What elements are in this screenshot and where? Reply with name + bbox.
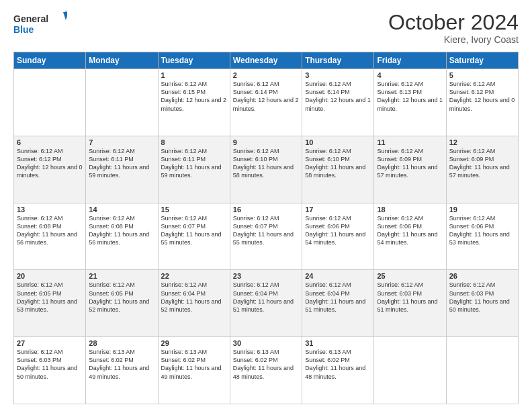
day-number: 26 <box>449 272 515 280</box>
day-cell: 19Sunrise: 6:12 AM Sunset: 6:06 PM Dayli… <box>446 203 518 270</box>
day-cell: 23Sunrise: 6:12 AM Sunset: 6:04 PM Dayli… <box>230 270 302 337</box>
day-number: 14 <box>89 205 154 214</box>
day-cell: 21Sunrise: 6:12 AM Sunset: 6:05 PM Dayli… <box>86 270 158 337</box>
day-cell: 17Sunrise: 6:12 AM Sunset: 6:06 PM Dayli… <box>302 203 374 270</box>
day-info: Sunrise: 6:12 AM Sunset: 6:04 PM Dayligh… <box>233 281 299 314</box>
svg-text:General: General <box>13 13 48 24</box>
day-number: 25 <box>377 272 443 280</box>
day-number: 29 <box>161 339 227 347</box>
week-row-4: 20Sunrise: 6:12 AM Sunset: 6:05 PM Dayli… <box>14 270 519 337</box>
day-info: Sunrise: 6:12 AM Sunset: 6:15 PM Dayligh… <box>161 80 227 113</box>
day-info: Sunrise: 6:12 AM Sunset: 6:09 PM Dayligh… <box>449 147 515 180</box>
day-cell: 4Sunrise: 6:12 AM Sunset: 6:13 PM Daylig… <box>374 69 446 136</box>
day-cell: 6Sunrise: 6:12 AM Sunset: 6:12 PM Daylig… <box>14 136 86 203</box>
logo: General Blue <box>13 11 67 38</box>
day-number: 16 <box>233 205 299 214</box>
logo-svg: General Blue <box>13 11 67 38</box>
page: General Blue October 2024 Kiere, Ivory C… <box>0 0 532 411</box>
day-info: Sunrise: 6:12 AM Sunset: 6:03 PM Dayligh… <box>449 281 515 314</box>
day-cell: 1Sunrise: 6:12 AM Sunset: 6:15 PM Daylig… <box>158 69 230 136</box>
day-number: 8 <box>161 138 227 146</box>
day-number: 5 <box>449 71 515 79</box>
day-number: 10 <box>305 138 371 146</box>
header-row: Sunday Monday Tuesday Wednesday Thursday… <box>14 52 519 69</box>
day-cell: 8Sunrise: 6:12 AM Sunset: 6:11 PM Daylig… <box>158 136 230 203</box>
day-number: 19 <box>449 205 515 214</box>
day-number: 27 <box>17 339 83 347</box>
day-cell <box>446 337 518 404</box>
day-cell: 11Sunrise: 6:12 AM Sunset: 6:09 PM Dayli… <box>374 136 446 203</box>
day-number: 4 <box>377 71 443 79</box>
col-sunday: Sunday <box>14 52 86 69</box>
day-cell: 7Sunrise: 6:12 AM Sunset: 6:11 PM Daylig… <box>86 136 158 203</box>
day-info: Sunrise: 6:12 AM Sunset: 6:05 PM Dayligh… <box>17 281 83 314</box>
day-info: Sunrise: 6:12 AM Sunset: 6:08 PM Dayligh… <box>89 214 154 247</box>
day-number: 3 <box>305 71 371 79</box>
day-cell: 5Sunrise: 6:12 AM Sunset: 6:12 PM Daylig… <box>446 69 518 136</box>
day-info: Sunrise: 6:12 AM Sunset: 6:11 PM Dayligh… <box>89 147 154 180</box>
day-number: 1 <box>161 71 227 79</box>
day-number: 17 <box>305 205 371 214</box>
day-cell: 14Sunrise: 6:12 AM Sunset: 6:08 PM Dayli… <box>86 203 158 270</box>
day-cell: 10Sunrise: 6:12 AM Sunset: 6:10 PM Dayli… <box>302 136 374 203</box>
col-monday: Monday <box>86 52 158 69</box>
day-number: 23 <box>233 272 299 280</box>
day-info: Sunrise: 6:13 AM Sunset: 6:02 PM Dayligh… <box>233 348 299 381</box>
day-cell: 13Sunrise: 6:12 AM Sunset: 6:08 PM Dayli… <box>14 203 86 270</box>
day-cell: 15Sunrise: 6:12 AM Sunset: 6:07 PM Dayli… <box>158 203 230 270</box>
day-cell: 26Sunrise: 6:12 AM Sunset: 6:03 PM Dayli… <box>446 270 518 337</box>
day-cell: 18Sunrise: 6:12 AM Sunset: 6:06 PM Dayli… <box>374 203 446 270</box>
day-cell: 29Sunrise: 6:13 AM Sunset: 6:02 PM Dayli… <box>158 337 230 404</box>
day-number: 22 <box>161 272 227 280</box>
day-info: Sunrise: 6:12 AM Sunset: 6:06 PM Dayligh… <box>449 214 515 247</box>
week-row-5: 27Sunrise: 6:12 AM Sunset: 6:03 PM Dayli… <box>14 337 519 404</box>
day-number: 20 <box>17 272 83 280</box>
header: General Blue October 2024 Kiere, Ivory C… <box>13 11 519 45</box>
day-number: 11 <box>377 138 443 146</box>
day-cell: 31Sunrise: 6:13 AM Sunset: 6:02 PM Dayli… <box>302 337 374 404</box>
calendar-table: Sunday Monday Tuesday Wednesday Thursday… <box>13 52 519 404</box>
week-row-3: 13Sunrise: 6:12 AM Sunset: 6:08 PM Dayli… <box>14 203 519 270</box>
day-info: Sunrise: 6:12 AM Sunset: 6:13 PM Dayligh… <box>377 80 443 113</box>
day-info: Sunrise: 6:13 AM Sunset: 6:02 PM Dayligh… <box>89 348 154 381</box>
day-info: Sunrise: 6:12 AM Sunset: 6:14 PM Dayligh… <box>305 80 371 113</box>
col-friday: Friday <box>374 52 446 69</box>
day-info: Sunrise: 6:12 AM Sunset: 6:04 PM Dayligh… <box>305 281 371 314</box>
day-info: Sunrise: 6:12 AM Sunset: 6:07 PM Dayligh… <box>233 214 299 247</box>
day-cell: 16Sunrise: 6:12 AM Sunset: 6:07 PM Dayli… <box>230 203 302 270</box>
col-wednesday: Wednesday <box>230 52 302 69</box>
day-info: Sunrise: 6:12 AM Sunset: 6:06 PM Dayligh… <box>377 214 443 247</box>
month-title: October 2024 <box>388 11 519 34</box>
day-cell: 20Sunrise: 6:12 AM Sunset: 6:05 PM Dayli… <box>14 270 86 337</box>
day-cell: 3Sunrise: 6:12 AM Sunset: 6:14 PM Daylig… <box>302 69 374 136</box>
day-info: Sunrise: 6:12 AM Sunset: 6:12 PM Dayligh… <box>17 147 83 180</box>
day-cell <box>374 337 446 404</box>
day-info: Sunrise: 6:13 AM Sunset: 6:02 PM Dayligh… <box>161 348 227 381</box>
day-info: Sunrise: 6:12 AM Sunset: 6:04 PM Dayligh… <box>161 281 227 314</box>
day-number: 28 <box>89 339 154 347</box>
day-cell: 12Sunrise: 6:12 AM Sunset: 6:09 PM Dayli… <box>446 136 518 203</box>
day-cell: 30Sunrise: 6:13 AM Sunset: 6:02 PM Dayli… <box>230 337 302 404</box>
day-info: Sunrise: 6:13 AM Sunset: 6:02 PM Dayligh… <box>305 348 371 381</box>
subtitle: Kiere, Ivory Coast <box>388 34 519 45</box>
week-row-2: 6Sunrise: 6:12 AM Sunset: 6:12 PM Daylig… <box>14 136 519 203</box>
day-number: 30 <box>233 339 299 347</box>
day-number: 7 <box>89 138 154 146</box>
day-info: Sunrise: 6:12 AM Sunset: 6:07 PM Dayligh… <box>161 214 227 247</box>
day-info: Sunrise: 6:12 AM Sunset: 6:05 PM Dayligh… <box>89 281 154 314</box>
day-info: Sunrise: 6:12 AM Sunset: 6:12 PM Dayligh… <box>449 80 515 113</box>
col-tuesday: Tuesday <box>158 52 230 69</box>
day-number: 18 <box>377 205 443 214</box>
day-cell: 2Sunrise: 6:12 AM Sunset: 6:14 PM Daylig… <box>230 69 302 136</box>
day-info: Sunrise: 6:12 AM Sunset: 6:10 PM Dayligh… <box>233 147 299 180</box>
day-number: 2 <box>233 71 299 79</box>
svg-text:Blue: Blue <box>13 24 34 35</box>
day-info: Sunrise: 6:12 AM Sunset: 6:14 PM Dayligh… <box>233 80 299 113</box>
day-info: Sunrise: 6:12 AM Sunset: 6:03 PM Dayligh… <box>377 281 443 314</box>
day-cell: 28Sunrise: 6:13 AM Sunset: 6:02 PM Dayli… <box>86 337 158 404</box>
day-info: Sunrise: 6:12 AM Sunset: 6:06 PM Dayligh… <box>305 214 371 247</box>
day-info: Sunrise: 6:12 AM Sunset: 6:08 PM Dayligh… <box>17 214 83 247</box>
day-cell <box>86 69 158 136</box>
day-cell: 25Sunrise: 6:12 AM Sunset: 6:03 PM Dayli… <box>374 270 446 337</box>
day-number: 12 <box>449 138 515 146</box>
